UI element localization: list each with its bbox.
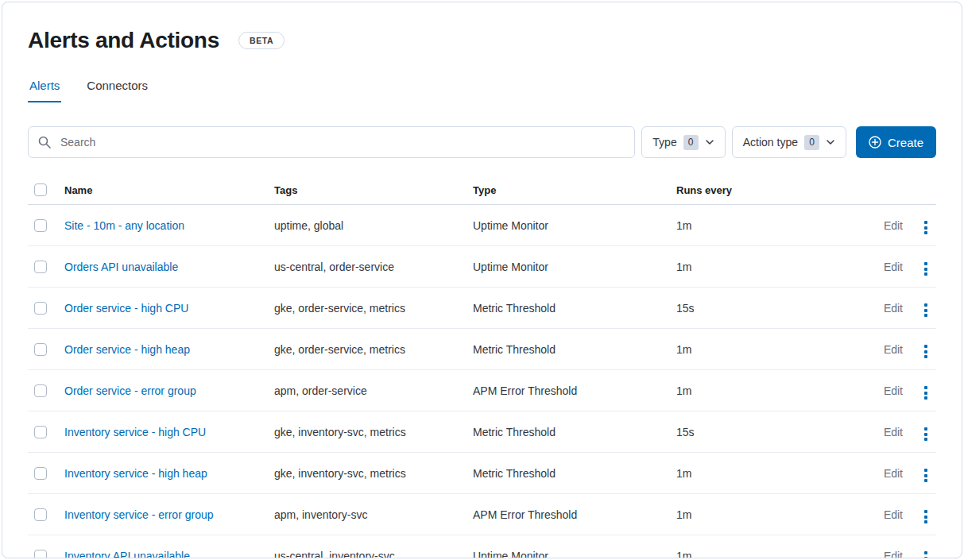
row-checkbox[interactable] bbox=[34, 302, 47, 315]
alert-tags: us-central, inventory-svc bbox=[268, 535, 467, 559]
tab-alerts[interactable]: Alerts bbox=[28, 79, 61, 102]
tab-bar: Alerts Connectors bbox=[28, 79, 936, 102]
edit-button[interactable]: Edit bbox=[884, 302, 903, 315]
beta-badge: BETA bbox=[238, 32, 285, 49]
table-row: Inventory service - high CPU gke, invent… bbox=[28, 411, 936, 453]
table-row: Order service - high CPU gke, order-serv… bbox=[28, 288, 936, 329]
alerts-table: Name Tags Type Runs every Site - 10m - a… bbox=[28, 176, 936, 558]
action-type-filter-label: Action type bbox=[743, 136, 798, 149]
row-checkbox[interactable] bbox=[34, 550, 47, 559]
alert-runs-every: 15s bbox=[670, 288, 858, 329]
page-title: Alerts and Actions bbox=[28, 28, 219, 53]
row-actions-icon[interactable] bbox=[922, 260, 930, 278]
edit-button[interactable]: Edit bbox=[884, 467, 903, 480]
row-checkbox[interactable] bbox=[34, 261, 47, 273]
alert-name-link[interactable]: Order service - error group bbox=[64, 384, 196, 397]
column-header-runs-every[interactable]: Runs every bbox=[670, 176, 858, 205]
column-header-tags[interactable]: Tags bbox=[268, 176, 467, 205]
row-actions-icon[interactable] bbox=[922, 218, 930, 237]
row-checkbox[interactable] bbox=[34, 467, 47, 480]
alert-runs-every: 1m bbox=[670, 453, 858, 494]
alert-type: Metric Threshold bbox=[467, 329, 670, 370]
alert-runs-every: 1m bbox=[670, 246, 858, 288]
alert-name-link[interactable]: Orders API unavailable bbox=[64, 261, 178, 273]
edit-button[interactable]: Edit bbox=[884, 550, 903, 559]
alert-name-link[interactable]: Inventory service - high CPU bbox=[64, 426, 206, 438]
alert-runs-every: 1m bbox=[670, 205, 858, 246]
tab-connectors[interactable]: Connectors bbox=[85, 79, 149, 102]
edit-button[interactable]: Edit bbox=[884, 426, 903, 438]
app-panel: Alerts and Actions BETA Alerts Connector… bbox=[2, 2, 962, 558]
edit-button[interactable]: Edit bbox=[884, 261, 903, 273]
table-row: Inventory service - error group apm, inv… bbox=[28, 494, 936, 535]
alert-name-link[interactable]: Order service - high heap bbox=[64, 343, 190, 356]
alert-tags: gke, inventory-svc, metrics bbox=[268, 453, 467, 494]
plus-in-circle-icon bbox=[869, 136, 881, 149]
edit-button[interactable]: Edit bbox=[884, 508, 903, 521]
alert-tags: gke, order-service, metrics bbox=[268, 288, 467, 329]
select-all-checkbox[interactable] bbox=[34, 183, 47, 196]
alert-runs-every: 15s bbox=[670, 411, 858, 453]
type-filter-label: Type bbox=[652, 136, 676, 149]
table-row: Site - 10m - any location uptime, global… bbox=[28, 205, 936, 246]
table-row: Order service - high heap gke, order-ser… bbox=[28, 329, 936, 370]
row-checkbox[interactable] bbox=[34, 219, 47, 232]
alert-type: Uptime Monitor bbox=[467, 205, 670, 246]
row-checkbox[interactable] bbox=[34, 426, 47, 438]
row-actions-icon[interactable] bbox=[922, 508, 930, 526]
edit-button[interactable]: Edit bbox=[884, 219, 903, 232]
create-button-label: Create bbox=[888, 136, 923, 149]
edit-button[interactable]: Edit bbox=[884, 343, 903, 356]
page-header: Alerts and Actions BETA bbox=[28, 28, 936, 53]
row-checkbox[interactable] bbox=[34, 508, 47, 521]
alert-type: APM Error Threshold bbox=[467, 370, 670, 411]
type-filter-button[interactable]: Type 0 bbox=[641, 126, 725, 158]
edit-button[interactable]: Edit bbox=[884, 384, 903, 397]
type-filter-count: 0 bbox=[683, 135, 699, 150]
alert-name-link[interactable]: Inventory service - error group bbox=[64, 508, 214, 521]
chevron-down-icon bbox=[705, 137, 714, 147]
row-actions-icon[interactable] bbox=[922, 301, 930, 319]
alert-type: Metric Threshold bbox=[467, 288, 670, 329]
table-row: Orders API unavailable us-central, order… bbox=[28, 246, 936, 288]
alert-type: Uptime Monitor bbox=[467, 535, 670, 559]
row-actions-icon[interactable] bbox=[922, 466, 930, 485]
alert-tags: apm, inventory-svc bbox=[268, 494, 467, 535]
alert-tags: gke, order-service, metrics bbox=[268, 329, 467, 370]
search-box bbox=[28, 126, 635, 158]
chevron-down-icon bbox=[826, 137, 835, 147]
alert-type: APM Error Threshold bbox=[467, 494, 670, 535]
row-checkbox[interactable] bbox=[34, 343, 47, 356]
alert-name-link[interactable]: Inventory service - high heap bbox=[64, 467, 207, 480]
row-checkbox[interactable] bbox=[34, 384, 47, 397]
alert-type: Uptime Monitor bbox=[467, 246, 670, 288]
row-actions-icon[interactable] bbox=[922, 342, 930, 361]
row-actions-icon[interactable] bbox=[922, 549, 930, 558]
alert-tags: us-central, order-service bbox=[268, 246, 467, 288]
table-row: Order service - error group apm, order-s… bbox=[28, 370, 936, 411]
toolbar: Type 0 Action type 0 Create bbox=[28, 126, 936, 158]
alert-name-link[interactable]: Site - 10m - any location bbox=[64, 219, 184, 232]
table-header-row: Name Tags Type Runs every bbox=[28, 176, 936, 205]
create-button[interactable]: Create bbox=[856, 126, 936, 158]
alert-type: Metric Threshold bbox=[467, 453, 670, 494]
search-icon bbox=[38, 136, 51, 149]
column-header-type[interactable]: Type bbox=[467, 176, 670, 205]
column-header-name[interactable]: Name bbox=[58, 176, 268, 205]
search-input[interactable] bbox=[28, 126, 635, 158]
alert-tags: apm, order-service bbox=[268, 370, 467, 411]
alert-runs-every: 1m bbox=[670, 535, 858, 559]
alert-name-link[interactable]: Inventory API unavailable bbox=[64, 550, 190, 559]
alert-runs-every: 1m bbox=[670, 494, 858, 535]
action-type-filter-button[interactable]: Action type 0 bbox=[732, 126, 846, 158]
alert-runs-every: 1m bbox=[670, 370, 858, 411]
alert-type: Metric Threshold bbox=[467, 411, 670, 453]
table-row: Inventory API unavailable us-central, in… bbox=[28, 535, 936, 559]
alert-tags: uptime, global bbox=[268, 205, 467, 246]
action-type-filter-count: 0 bbox=[804, 135, 819, 150]
alert-tags: gke, inventory-svc, metrics bbox=[268, 411, 467, 453]
alerts-table-body: Site - 10m - any location uptime, global… bbox=[28, 205, 936, 559]
row-actions-icon[interactable] bbox=[922, 425, 930, 443]
row-actions-icon[interactable] bbox=[922, 384, 930, 402]
alert-name-link[interactable]: Order service - high CPU bbox=[64, 302, 188, 315]
